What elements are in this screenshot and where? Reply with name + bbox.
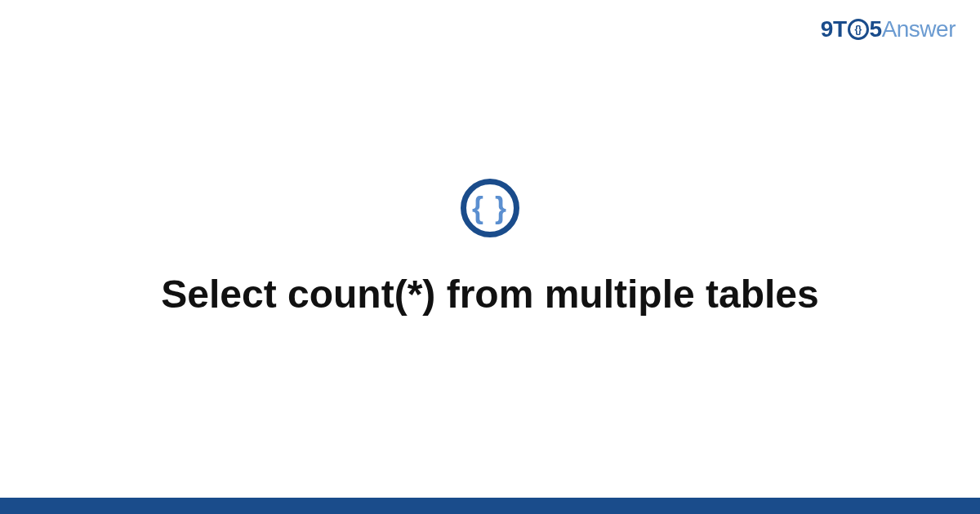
footer-bar — [0, 498, 980, 514]
page-title: Select count(*) from multiple tables — [161, 270, 818, 319]
main-content: { } Select count(*) from multiple tables — [0, 0, 980, 514]
code-braces-icon: { } — [461, 179, 519, 237]
braces-glyph: { } — [472, 191, 508, 225]
